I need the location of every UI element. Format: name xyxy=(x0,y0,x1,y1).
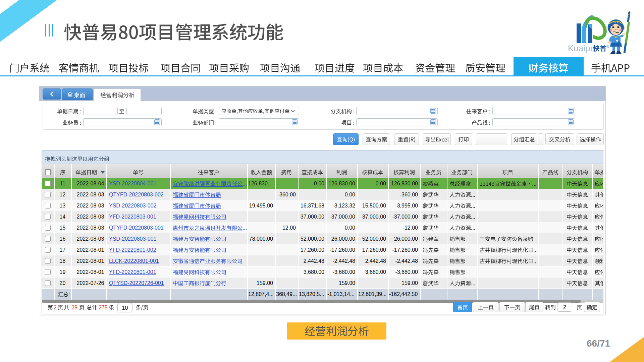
svg-text:R: R xyxy=(607,46,608,48)
svg-text:Kuaipu: Kuaipu xyxy=(568,43,595,53)
